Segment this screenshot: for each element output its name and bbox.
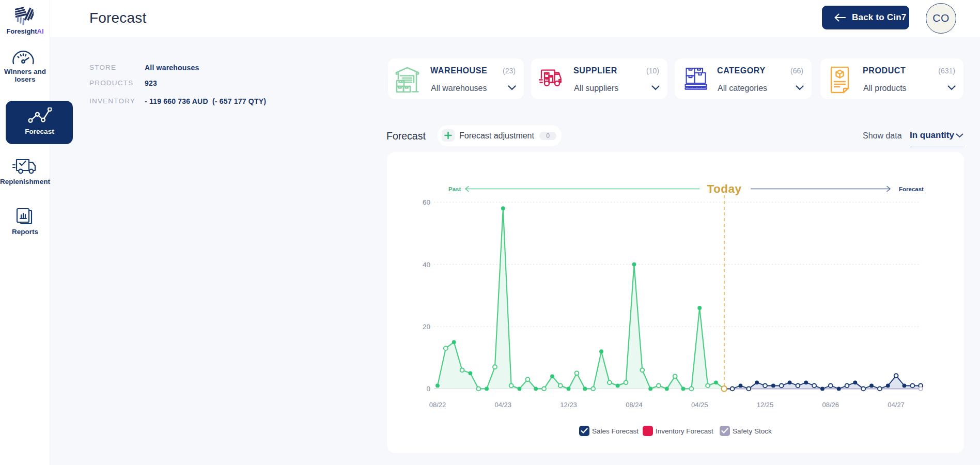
- svg-text:Forecast: Forecast: [899, 186, 924, 192]
- svg-text:60: 60: [423, 198, 430, 206]
- svg-text:Past: Past: [448, 186, 461, 192]
- svg-text:12/23: 12/23: [560, 401, 577, 409]
- svg-text:08/22: 08/22: [429, 401, 446, 409]
- svg-text:0: 0: [426, 385, 430, 393]
- svg-text:04/25: 04/25: [691, 401, 708, 409]
- svg-text:04/23: 04/23: [495, 401, 512, 409]
- svg-text:08/26: 08/26: [822, 401, 839, 409]
- svg-text:20: 20: [423, 323, 430, 331]
- svg-text:12/25: 12/25: [757, 401, 774, 409]
- svg-text:40: 40: [423, 261, 430, 269]
- svg-text:Today: Today: [707, 182, 741, 195]
- svg-text:04/27: 04/27: [888, 401, 905, 409]
- svg-text:08/24: 08/24: [626, 401, 643, 409]
